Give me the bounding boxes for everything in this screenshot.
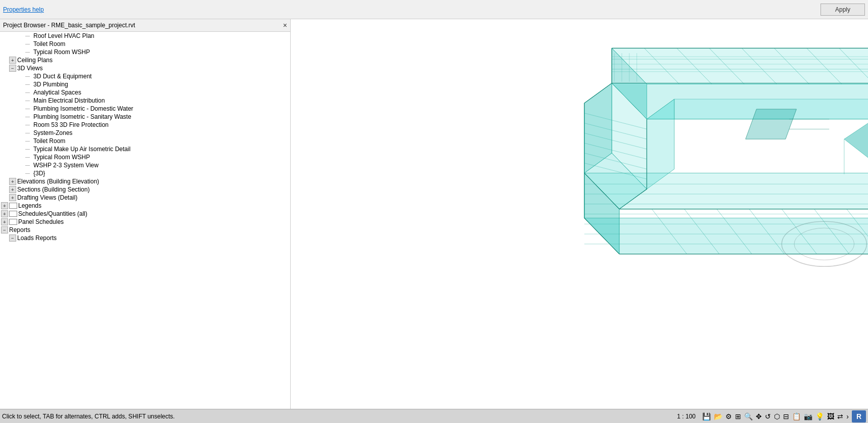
close-panel-button[interactable]: ×	[283, 21, 287, 29]
sync-icon[interactable]: ⇄	[836, 411, 844, 421]
tree-item-label: Elevations (Building Elevation)	[17, 178, 99, 185]
tree-item[interactable]: −3D Views	[0, 64, 290, 72]
tree-item[interactable]: Plumbing Isometric - Sanitary Waste	[0, 113, 290, 121]
tree-item-label: Roof Level HVAC Plan	[33, 32, 95, 39]
tree-item[interactable]: WSHP 2-3 System View	[0, 161, 290, 169]
project-browser-tree[interactable]: Roof Level HVAC PlanToilet RoomTypical R…	[0, 32, 290, 409]
tree-item[interactable]: 3D Plumbing	[0, 80, 290, 88]
tree-item-label: System-Zones	[33, 129, 72, 136]
tree-item-label: Typical Make Up Air Isometric Detail	[33, 146, 130, 153]
building-3d-view	[291, 19, 868, 409]
tree-item-label: Reports	[9, 226, 30, 233]
viewport-content	[291, 19, 868, 409]
tree-item-label: Room 53 3D Fire Protection	[33, 121, 109, 128]
tree-item-label: 3D Views	[17, 65, 42, 72]
tree-item[interactable]: System-Zones	[0, 129, 290, 137]
tree-item-label: Plumbing Isometric - Domestic Water	[33, 105, 133, 112]
tree-item[interactable]: Room 53 3D Fire Protection	[0, 121, 290, 129]
main-area: Project Browser - RME_basic_sample_proje…	[0, 19, 868, 409]
camera-icon[interactable]: 📷	[803, 411, 813, 421]
tree-item[interactable]: Typical Room WSHP	[0, 48, 290, 56]
folder-icon	[9, 211, 17, 217]
expand-icon[interactable]: +	[9, 186, 16, 193]
scale-indicator: 1 : 100	[677, 413, 697, 420]
tree-connector	[25, 171, 32, 176]
zoom-extents-icon[interactable]: ⊞	[734, 411, 742, 421]
tree-item[interactable]: Toilet Room	[0, 40, 290, 48]
tree-item-label: Drafting Views (Detail)	[17, 194, 77, 201]
expand-icon[interactable]: +	[9, 194, 16, 201]
tree-item-label: {3D}	[33, 170, 45, 177]
tree-connector	[25, 163, 32, 168]
folder-icon	[9, 219, 17, 225]
expand-icon[interactable]: +	[9, 57, 16, 64]
tree-item-label: Panel Schedules	[18, 218, 64, 225]
tree-item[interactable]: Typical Make Up Air Isometric Detail	[0, 145, 290, 153]
revit-brand-icon: R	[852, 410, 866, 422]
tree-item-label: 3D Plumbing	[33, 81, 68, 88]
open-icon[interactable]: 📂	[713, 411, 723, 421]
tree-item[interactable]: Plumbing Isometric - Domestic Water	[0, 105, 290, 113]
tree-item-label: Toilet Room	[33, 137, 65, 145]
tree-item[interactable]: +Sections (Building Section)	[0, 185, 290, 194]
tree-item-label: Schedules/Quantities (all)	[18, 210, 87, 217]
expand-icon[interactable]: +	[1, 218, 8, 225]
tree-connector	[25, 138, 32, 144]
tree-item[interactable]: +Panel Schedules	[0, 218, 290, 226]
top-bar: Properties help Apply	[0, 0, 868, 19]
tree-item[interactable]: Typical Room WSHP	[0, 153, 290, 161]
tree-item[interactable]: +Drafting Views (Detail)	[0, 194, 290, 202]
tree-item[interactable]: Main Electrical Distribution	[0, 97, 290, 105]
status-hint-text: Click to select, TAB for alternates, CTR…	[2, 413, 677, 420]
tree-item-label: Main Electrical Distribution	[33, 97, 105, 104]
pan-icon[interactable]: ✥	[755, 411, 763, 421]
svg-marker-3	[612, 48, 868, 84]
settings-icon[interactable]: ⚙	[724, 411, 733, 421]
tree-item-label: Plumbing Isometric - Sanitary Waste	[33, 113, 131, 120]
tree-item[interactable]: Toilet Room	[0, 137, 290, 145]
expand-icon[interactable]: +	[1, 210, 8, 217]
zoom-region-icon[interactable]: 🔍	[743, 411, 754, 421]
rotate-icon[interactable]: ↺	[764, 411, 772, 421]
tree-item-label: Typical Room WSHP	[33, 49, 90, 56]
tree-item-label: Ceiling Plans	[17, 57, 53, 64]
tree-connector	[25, 114, 32, 119]
tree-item[interactable]: {3D}	[0, 169, 290, 177]
tree-connector	[25, 155, 32, 160]
tree-item[interactable]: −Reports	[0, 226, 290, 234]
collapse-icon[interactable]: −	[9, 65, 16, 72]
3d-icon[interactable]: ⬡	[773, 411, 781, 421]
crop-icon[interactable]: ⊟	[782, 411, 790, 421]
properties-icon[interactable]: 📋	[791, 411, 802, 421]
more-icon[interactable]: ›	[845, 411, 850, 421]
status-bar: Click to select, TAB for alternates, CTR…	[0, 409, 868, 423]
collapse-icon[interactable]: −	[1, 226, 8, 233]
tree-item[interactable]: +Ceiling Plans	[0, 56, 290, 64]
tree-item[interactable]: +Elevations (Building Elevation)	[0, 177, 290, 185]
tree-connector	[25, 74, 32, 79]
tree-connector	[25, 82, 32, 87]
tree-connector	[25, 130, 32, 135]
tree-item-label: Toilet Room	[33, 40, 65, 48]
3d-viewport[interactable]	[291, 19, 868, 409]
expand-icon[interactable]: +	[1, 202, 8, 209]
apply-button[interactable]: Apply	[820, 4, 865, 16]
lights-icon[interactable]: 💡	[814, 411, 825, 421]
tree-item-label: WSHP 2-3 System View	[33, 162, 99, 169]
tree-item[interactable]: −Loads Reports	[0, 234, 290, 242]
tree-item[interactable]: Roof Level HVAC Plan	[0, 32, 290, 40]
save-icon[interactable]: 💾	[701, 411, 712, 421]
expand-icon[interactable]: +	[9, 178, 16, 185]
tree-item[interactable]: 3D Duct & Equipment	[0, 72, 290, 80]
tree-item[interactable]: Analytical Spaces	[0, 88, 290, 97]
tree-item[interactable]: +Schedules/Quantities (all)	[0, 210, 290, 218]
tree-connector	[25, 50, 32, 55]
properties-help-link[interactable]: Properties help	[3, 6, 44, 13]
tree-item-label: Legends	[18, 202, 41, 209]
tree-item-label: Sections (Building Section)	[17, 186, 89, 193]
render-icon[interactable]: 🖼	[826, 411, 835, 421]
collapse-icon[interactable]: −	[9, 234, 16, 242]
tree-connector	[25, 90, 32, 95]
tree-connector	[25, 106, 32, 111]
tree-item[interactable]: +Legends	[0, 202, 290, 210]
